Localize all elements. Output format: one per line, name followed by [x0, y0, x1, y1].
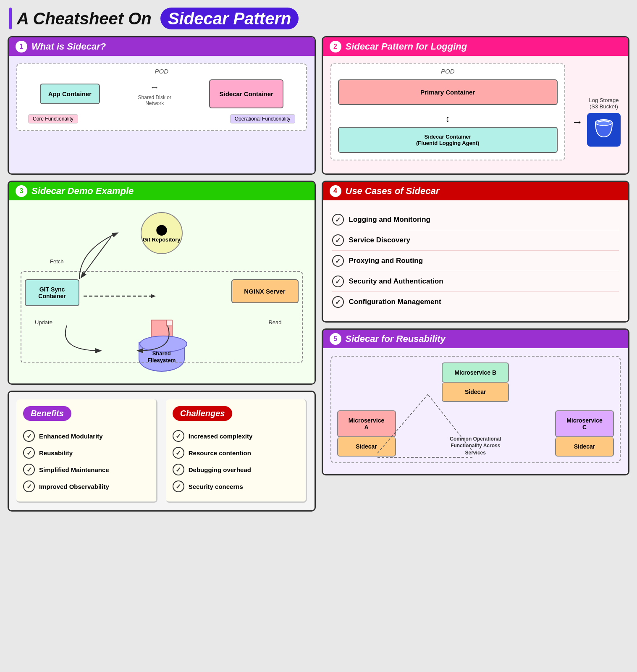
ms-sidecar-b-box: Sidecar [442, 383, 509, 402]
sec4-title: Use Cases of Sidecar [346, 186, 440, 197]
arrow-label: Shared Disk or Network [136, 94, 173, 106]
log-storage-row: → Log Storage(S3 Bucket) [572, 97, 621, 147]
benefit-3: ✓ Simplified Maintenance [23, 461, 149, 478]
uc-check-4: ✓ [332, 276, 344, 287]
challenge-4: ✓ Security concerns [173, 478, 299, 495]
benefit-2: ✓ Reusability [23, 444, 149, 461]
sec1-num: 1 [16, 41, 27, 52]
uc-check-1: ✓ [332, 214, 344, 226]
uc-check-3: ✓ [332, 255, 344, 267]
core-label: Core Functionality [28, 114, 78, 123]
right-column: 4 Use Cases of Sidecar ✓ Logging and Mon… [322, 181, 630, 512]
sec3-title: Sidecar Demo Example [31, 186, 134, 197]
ms-b-group: Microservice B Sidecar [337, 362, 614, 402]
app-container-box: App Container [40, 84, 100, 104]
check-icon-1: ✓ [23, 430, 35, 442]
sec5-body: Microservice B Sidecar Microservice A [323, 348, 629, 474]
fluentd-box: Sidecar Container (Fluentd Logging Agent… [338, 127, 558, 153]
section-3: 3 Sidecar Demo Example ⬤ Git Repository … [8, 181, 316, 385]
page-header: A Cheatsheet On Sidecar Pattern [8, 8, 629, 29]
pod-labels-row: Core Functionality Operational Functiona… [24, 114, 299, 123]
bottom-ms-row: Microservice A Sidecar Common Operationa… [337, 410, 614, 457]
log-arrow: ↕ [338, 113, 558, 124]
benefits-list: ✓ Enhanced Modularity ✓ Reusability ✓ Si… [23, 428, 149, 495]
check-icon-8: ✓ [173, 480, 184, 492]
common-label: Common Operational Functionality Across … [448, 436, 503, 457]
sec4-body: ✓ Logging and Monitoring ✓ Service Disco… [323, 200, 629, 321]
benefits-card: Benefits ✓ Enhanced Modularity ✓ Reusabi… [16, 399, 157, 503]
sec1-title: What is Sidecar? [31, 41, 106, 52]
sec4-header: 4 Use Cases of Sidecar [323, 182, 629, 200]
uc-check-5: ✓ [332, 296, 344, 308]
main-grid: 1 What is Sidecar? POD App Container ↔ S… [8, 36, 629, 175]
ms-a-group: Microservice A Sidecar [337, 410, 396, 457]
challenge-2: ✓ Resource contention [173, 444, 299, 461]
log-storage-label: Log Storage(S3 Bucket) [589, 97, 619, 110]
check-icon-6: ✓ [173, 447, 184, 459]
benefits-challenges: Benefits ✓ Enhanced Modularity ✓ Reusabi… [8, 391, 316, 512]
check-icon-7: ✓ [173, 464, 184, 475]
benefits-title: Benefits [23, 406, 71, 421]
sidecar-container-box: Sidecar Container [209, 79, 283, 108]
use-case-5: ✓ Configuration Management [332, 292, 619, 312]
ms-sidecar-a-box: Sidecar [337, 437, 396, 457]
sec4-num: 4 [330, 185, 341, 197]
sec3-body: ⬤ Git Repository GIT Sync Container NGIN… [9, 200, 315, 383]
pod-label-2: POD [441, 68, 455, 75]
primary-box: Primary Container [338, 79, 558, 105]
accent-bar [9, 8, 12, 29]
use-case-4: ✓ Security and Authentication [332, 271, 619, 292]
use-case-2: ✓ Service Discovery [332, 230, 619, 251]
title-highlight: Sidecar Pattern [160, 8, 299, 29]
challenges-list: ✓ Increased complexity ✓ Resource conten… [173, 428, 299, 495]
bottom-grid: 3 Sidecar Demo Example ⬤ Git Repository … [8, 181, 629, 512]
log-storage-area: Log Storage(S3 Bucket) [587, 97, 621, 147]
use-case-3: ✓ Proxying and Routing [332, 251, 619, 271]
pod-label-1: POD [155, 68, 168, 75]
check-icon-5: ✓ [173, 430, 184, 442]
uc-check-2: ✓ [332, 234, 344, 246]
op-label: Operational Functionality [230, 114, 295, 123]
reuse-dashed-box: Microservice B Sidecar Microservice A [330, 356, 621, 463]
sec1-header: 1 What is Sidecar? [9, 37, 315, 56]
section-1: 1 What is Sidecar? POD App Container ↔ S… [8, 36, 316, 175]
bucket-icon [587, 113, 621, 147]
demo-diagram: ⬤ Git Repository GIT Sync Container NGIN… [16, 208, 307, 376]
section-2: 2 Sidecar Pattern for Logging POD Primar… [322, 36, 630, 175]
sec2-num: 2 [330, 41, 341, 52]
check-icon-2: ✓ [23, 447, 35, 459]
section-5: 5 Sidecar for Reusability Microservice B… [322, 328, 630, 475]
check-icon-3: ✓ [23, 464, 35, 475]
bucket-svg [592, 118, 615, 141]
ms-b-box: Microservice B [442, 362, 509, 383]
sec1-body: POD App Container ↔ Shared Disk or Netwo… [9, 56, 315, 173]
challenges-card: Challenges ✓ Increased complexity ✓ Reso… [166, 399, 307, 503]
dashed-inner-box [21, 271, 303, 363]
sec5-title: Sidecar for Reusability [346, 333, 446, 344]
sec2-title: Sidecar Pattern for Logging [346, 41, 467, 52]
git-icon: ⬤ [156, 224, 167, 236]
challenge-3: ✓ Debugging overhead [173, 461, 299, 478]
pod-content: App Container ↔ Shared Disk or Network S… [24, 79, 299, 108]
ms-c-box: Microservice C [555, 410, 614, 437]
logging-pod: POD Primary Container ↕ Sidecar Containe… [330, 63, 566, 160]
sec2-body: POD Primary Container ↕ Sidecar Containe… [323, 56, 629, 173]
sec3-header: 3 Sidecar Demo Example [9, 182, 315, 200]
arrow-right: → [572, 116, 583, 129]
sec2-header: 2 Sidecar Pattern for Logging [323, 37, 629, 56]
check-icon-4: ✓ [23, 480, 35, 492]
challenges-title: Challenges [173, 406, 233, 421]
double-arrow: ↔ [150, 82, 159, 93]
use-case-1: ✓ Logging and Monitoring [332, 210, 619, 230]
sec3-num: 3 [16, 185, 27, 197]
sec5-num: 5 [330, 333, 341, 345]
git-repo-circle: ⬤ Git Repository [141, 212, 183, 254]
ms-a-box: Microservice A [337, 410, 396, 437]
section-4: 4 Use Cases of Sidecar ✓ Logging and Mon… [322, 181, 630, 323]
page-title: A Cheatsheet On Sidecar Pattern [17, 9, 299, 28]
ms-c-group: Microservice C Sidecar [555, 410, 614, 457]
ms-sidecar-c-box: Sidecar [555, 437, 614, 457]
challenge-1: ✓ Increased complexity [173, 428, 299, 444]
logging-layout: POD Primary Container ↕ Sidecar Containe… [330, 63, 621, 160]
pod-box-1: POD App Container ↔ Shared Disk or Netwo… [16, 63, 307, 131]
